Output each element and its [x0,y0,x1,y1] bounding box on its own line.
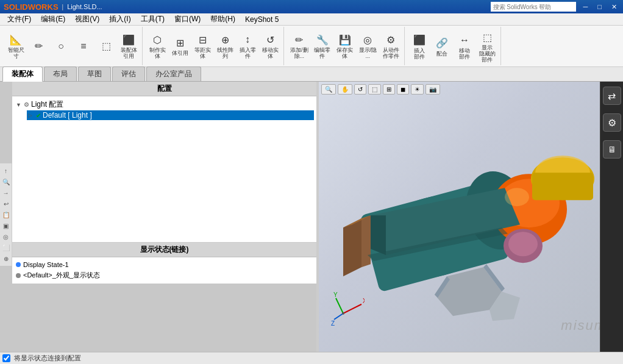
tab-evaluate[interactable]: 评估 [112,66,145,81]
tb-sketch[interactable]: ✏ [27,37,49,55]
tb-driven-part[interactable]: ⚙ 从动件作零件 [380,30,402,62]
tb-circle[interactable]: ○ [50,37,72,55]
li-clipboard[interactable]: 📋 [1,210,11,219]
search-input[interactable] [491,2,576,12]
coord-axis-svg: X Y Z [331,292,365,326]
toolbar-group-3-row: ✏ 添加/删除... 🔧 编辑零件 💾 保存实体 ◎ 显示/隐... ⚙ 从动件… [288,28,402,64]
li-undo[interactable]: ↩ [1,199,11,209]
tree-default-icon: ✔ [36,112,41,119]
tb-insert-component[interactable]: ⬛ 插入部件 [408,31,430,62]
menu-help[interactable]: 帮助(H) [205,13,240,26]
config-tree: ▼ ⚙ Light 配置 ▷ ✔ Default [ Light ] [12,96,316,242]
share-button[interactable]: ⇄ [603,87,621,105]
link-display-label: 将显示状态连接到配置 [14,354,81,363]
minimize-button[interactable]: ─ [581,3,591,10]
vp-section[interactable]: ⬚ [368,84,381,95]
li-circle[interactable]: ◎ [1,232,11,241]
display-state-panel: 显示状态(链接) Display State-1 <Default>_外观_显示… [12,242,316,352]
svg-point-9 [508,232,538,256]
tree-config-icon: ⚙ [24,101,29,108]
vp-zoom[interactable]: 🔍 [321,84,336,95]
toolbar-group-4: ⬛ 插入部件 🔗 配合 ↔ 移动部件 ⬚ 显示隐藏的部件 [406,27,501,65]
app-title: Light.SLD... [67,3,102,10]
menu-insert[interactable]: 插入(I) [104,13,135,26]
menu-tools[interactable]: 工具(T) [136,13,169,26]
tb-linear-array[interactable]: ⊕ 线性阵列 [214,30,236,62]
li-plus[interactable]: ⊕ [1,254,11,263]
tb-add-remove[interactable]: ✏ 添加/删除... [288,30,311,62]
brand-logo: SOLIDWORKS [4,2,59,12]
display-title[interactable]: 显示状态(链接) [12,243,316,257]
tab-office[interactable]: 办公室产品 [146,66,201,81]
toolbar: 📐 智能尺寸 ✏ ○ ≡ ⬚ ⬛ 装配体引用 [0,26,623,67]
tb-lines[interactable]: ≡ [73,37,94,55]
maximize-button[interactable]: □ [595,3,604,10]
svg-text:Y: Y [333,292,338,298]
menu-edit[interactable]: 编辑(E) [36,13,70,26]
tb-show-hide[interactable]: ◎ 显示/隐... [357,30,380,62]
toolbar-group-2-row: ⬡ 制作实体 ⊞ 体引用 ⊟ 等距实体 ⊕ 线性阵列 ↕ 插入零件 ↺ 移动实体 [146,28,281,64]
li-arrow-right[interactable]: → [1,188,11,198]
svg-point-10 [505,188,529,206]
li-grid[interactable]: ▣ [1,221,11,230]
svg-line-15 [334,313,343,319]
settings-button[interactable]: ⚙ [603,113,621,132]
tb-save-solid[interactable]: 💾 保存实体 [334,30,356,62]
tree-root-label: Light 配置 [31,99,63,110]
vp-shaded[interactable]: ◼ [397,84,409,95]
tb-box[interactable]: ⬚ [95,37,117,55]
tree-default-label: Default [ Light ] [43,111,92,120]
vp-pan[interactable]: ✋ [338,84,352,95]
title-left: SOLIDWORKS | Light.SLD... [4,2,102,12]
coord-axis: X Y Z [331,292,365,327]
menu-keyshot[interactable]: KeyShot 5 [240,14,283,25]
menu-view[interactable]: 视图(V) [70,13,104,26]
tb-mate[interactable]: 🔗 配合 [431,34,453,59]
tree-expand-icon: ▼ [16,102,22,108]
li-search[interactable]: 🔍 [1,177,11,187]
tabbar: 装配体 布局 草图 评估 办公室产品 [0,67,623,82]
tb-move-component[interactable]: ↔ 移动部件 [454,31,475,62]
tb-edit-part[interactable]: 🔧 编辑零件 [312,30,333,62]
tb-make-solid[interactable]: ⬡ 制作实体 [146,30,168,62]
tab-layout[interactable]: 布局 [44,66,77,81]
link-display-checkbox[interactable] [2,354,10,362]
tab-assembly[interactable]: 装配体 [2,66,43,82]
config-title: 配置 [12,82,316,96]
li-square[interactable]: ⬜ [1,243,11,252]
toolbar-group-4-row: ⬛ 插入部件 🔗 配合 ↔ 移动部件 ⬚ 显示隐藏的部件 [408,28,498,65]
main-area: ↑ 🔍 → ↩ 📋 ▣ ◎ ⬜ ⊕ 配置 ▼ ⚙ Light 配置 ▷ ✔ De… [0,82,623,352]
tree-root[interactable]: ▼ ⚙ Light 配置 [15,99,314,110]
display-title-text: 显示状态(链接) [140,244,189,255]
close-button[interactable]: ✕ [609,3,619,11]
tb-body-ref[interactable]: ⊞ 体引用 [169,34,191,59]
tb-equal-solid[interactable]: ⊟ 等距实体 [191,30,213,62]
display-item-1[interactable]: Display State-1 [15,260,314,269]
vp-wireframe[interactable]: ⊞ [383,84,395,95]
display-item-2-label: <Default>_外观_显示状态 [23,271,100,280]
bottombar: 将显示状态连接到配置 [0,352,623,364]
left-icon-strip: ↑ 🔍 → ↩ 📋 ▣ ◎ ⬜ ⊕ [0,163,12,266]
tree-default-item[interactable]: ▷ ✔ Default [ Light ] [27,110,314,120]
display-button[interactable]: 🖥 [603,140,621,159]
li-up-arrow[interactable]: ↑ [1,166,11,176]
vp-lights[interactable]: ☀ [411,84,424,95]
tb-smart-dim[interactable]: 📐 智能尺寸 [5,30,27,62]
tab-sketch[interactable]: 草图 [78,66,111,81]
tb-assembly-ref[interactable]: ⬛ 装配体引用 [118,30,140,62]
svg-point-17 [342,312,344,315]
display-item-2[interactable]: <Default>_外观_显示状态 [15,269,314,281]
vp-camera[interactable]: 📷 [425,84,440,95]
display-dot-gray [16,273,21,278]
tb-show-hidden[interactable]: ⬚ 显示隐藏的部件 [476,28,498,65]
menu-file[interactable]: 文件(F) [2,13,36,26]
toolbar-group-2: ⬡ 制作实体 ⊞ 体引用 ⊟ 等距实体 ⊕ 线性阵列 ↕ 插入零件 ↺ 移动实体 [144,27,284,65]
tb-move-solid[interactable]: ↺ 移动实体 [259,30,281,62]
tb-insert-part[interactable]: ↕ 插入零件 [237,30,258,62]
vp-rotate[interactable]: ↺ [354,84,366,95]
menu-window[interactable]: 窗口(W) [169,13,205,26]
toolbar-group-3: ✏ 添加/删除... 🔧 编辑零件 💾 保存实体 ◎ 显示/隐... ⚙ 从动件… [285,27,405,65]
svg-rect-7 [532,173,593,200]
viewport[interactable]: 🔍 ✋ ↺ ⬚ ⊞ ◼ ☀ 📷 [319,82,623,352]
viewport-toolbar: 🔍 ✋ ↺ ⬚ ⊞ ◼ ☀ 📷 [321,84,440,95]
